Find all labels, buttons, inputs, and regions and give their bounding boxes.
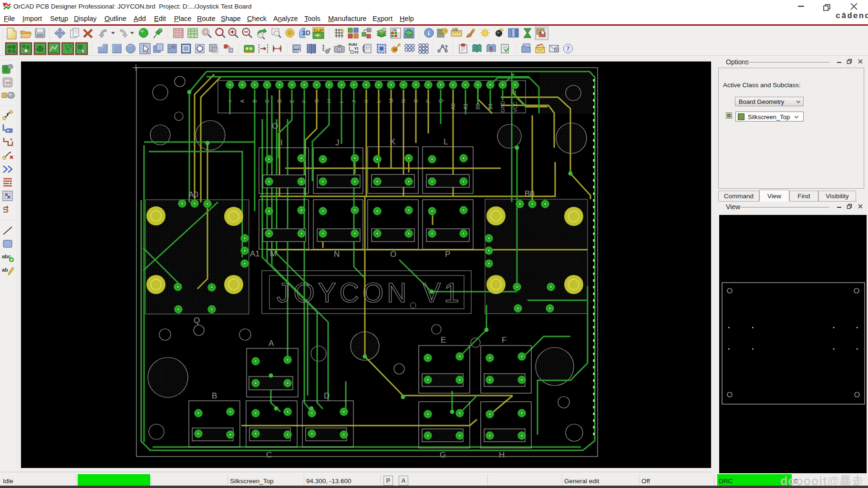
svg-text:E: E — [289, 100, 295, 103]
svg-text:N: N — [334, 250, 340, 259]
svg-text:O: O — [390, 250, 396, 259]
svg-text:F: F — [502, 336, 506, 345]
svg-text:I: I — [280, 138, 283, 147]
svg-text:CM: CM — [392, 29, 397, 32]
svg-text:V2: V2 — [354, 51, 359, 54]
svg-text:M: M — [388, 99, 394, 103]
svg-text:A: A — [239, 99, 245, 103]
svg-text:<: < — [227, 100, 233, 103]
svg-text:E: E — [441, 336, 446, 345]
svg-text:P: P — [425, 100, 431, 103]
svg-text:i: i — [428, 30, 430, 37]
svg-text:3D: 3D — [302, 29, 310, 37]
svg-text:C: C — [264, 99, 270, 103]
svg-text:ODB: ODB — [293, 50, 300, 53]
svg-text:H: H — [326, 99, 332, 103]
svg-text:B0: B0 — [475, 103, 481, 110]
svg-text:V1: V1 — [354, 47, 359, 50]
svg-text:Q: Q — [438, 99, 444, 103]
svg-text:O: O — [272, 122, 278, 131]
svg-text:JOYCON: JOYCON — [277, 277, 410, 308]
svg-text:L: L — [376, 100, 382, 103]
svg-text:B: B — [252, 100, 258, 103]
svg-text:A1: A1 — [463, 103, 468, 110]
svg-text:GND: GND — [500, 101, 506, 113]
svg-text:J: J — [351, 101, 357, 103]
svg-text:U1: U1 — [6, 81, 10, 85]
svg-text:TP: TP — [393, 48, 397, 51]
svg-text:C: C — [266, 450, 272, 459]
svg-text:B0: B0 — [525, 189, 535, 198]
svg-text:H: H — [499, 450, 505, 459]
svg-text:K: K — [390, 137, 396, 146]
svg-text:Q: Q — [194, 316, 200, 325]
svg-text:A: A — [269, 339, 274, 348]
svg-text:ab: ab — [2, 267, 8, 273]
svg-text:J: J — [335, 138, 340, 147]
svg-text:VCC: VCC — [512, 102, 518, 112]
svg-text:?: ? — [444, 29, 446, 33]
svg-text:M: M — [270, 249, 277, 258]
svg-text:G: G — [440, 450, 446, 459]
svg-text:I: I — [339, 102, 344, 103]
svg-text:N: N — [401, 99, 406, 103]
svg-text:S: S — [489, 46, 493, 51]
svg-text:D: D — [277, 99, 282, 103]
svg-text:A0: A0 — [188, 190, 198, 199]
svg-text:A1: A1 — [250, 249, 260, 258]
svg-text:?: ? — [567, 45, 570, 52]
svg-text:L: L — [444, 137, 448, 146]
svg-text:F: F — [301, 100, 307, 103]
svg-text:G: G — [314, 99, 320, 103]
svg-text:D: D — [324, 391, 330, 400]
svg-text:P: P — [445, 250, 450, 259]
svg-text:A0: A0 — [450, 103, 456, 110]
svg-text:B: B — [212, 391, 217, 400]
svg-text:V1: V1 — [423, 277, 463, 308]
svg-text:K: K — [363, 99, 369, 103]
svg-text:FLIP: FLIP — [314, 28, 323, 33]
svg-text:O: O — [413, 99, 419, 103]
svg-text:123: 123 — [452, 28, 458, 31]
svg-text:R1R2: R1R2 — [349, 43, 357, 46]
svg-text:B1: B1 — [487, 103, 493, 110]
